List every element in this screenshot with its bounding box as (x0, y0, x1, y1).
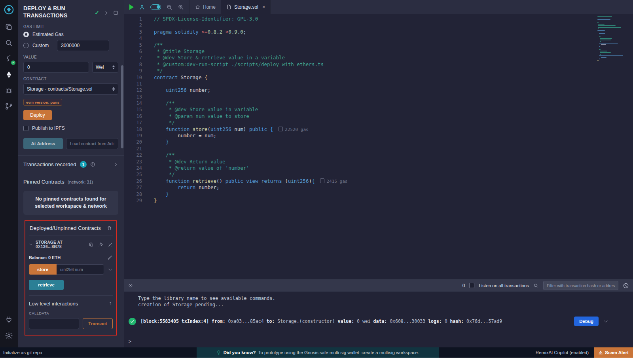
custom-gas-input[interactable] (57, 40, 109, 51)
transactions-recorded-label: Transactions recorded (23, 161, 76, 167)
copy-address-icon[interactable] (89, 242, 94, 247)
trash-icon[interactable] (107, 226, 112, 231)
custom-gas-radio[interactable] (23, 43, 29, 48)
contract-label: CONTRACT (23, 77, 118, 81)
main-row: ✓ DEPLOY & RUN TRANSACTIONS (0, 0, 633, 347)
minimap[interactable] (597, 16, 628, 62)
value-input[interactable] (23, 62, 89, 73)
terminal-prompt[interactable]: > (129, 339, 131, 344)
store-arg-input[interactable] (57, 264, 104, 275)
zoom-in-icon[interactable] (178, 4, 184, 10)
estimated-gas-label: Estimated Gas (32, 32, 64, 37)
publish-ipfs-checkbox[interactable] (23, 126, 28, 131)
remove-contract-icon[interactable] (108, 242, 113, 247)
deployed-contract-name: STORAGE AT 0X136...8B78 (36, 240, 86, 249)
value-unit-label: Wei (96, 64, 104, 70)
editor-tabbar: Home Storage.sol × (124, 0, 633, 14)
git-icon[interactable] (0, 98, 18, 114)
clear-console-icon[interactable] (623, 282, 629, 289)
git-init-status[interactable]: Initialize as git repo (3, 347, 42, 358)
zoom-out-icon[interactable] (166, 4, 172, 10)
deploy-button[interactable]: Deploy (23, 110, 52, 120)
spinner-icon (112, 65, 115, 69)
copilot-status[interactable]: RemixAI Copilot (enabled) (536, 350, 589, 355)
evm-version-badge: evm version: paris (23, 99, 62, 106)
expand-tx-icon[interactable] (603, 319, 608, 324)
tab-home-label: Home (203, 4, 216, 10)
custom-gas-label: Custom (32, 43, 49, 48)
transaction-row[interactable]: [block:5583405 txIndex:4] from: 0xa03...… (129, 317, 633, 326)
search-icon[interactable] (533, 283, 539, 288)
pinned-empty-message: No pinned contracts found for selected w… (23, 191, 118, 215)
plugin-manager-icon[interactable] (0, 312, 18, 328)
contract-select[interactable]: Storage - contracts/Storage.sol (23, 83, 118, 95)
deploy-run-icon[interactable] (0, 66, 18, 82)
info-icon[interactable] (108, 301, 113, 306)
lightbulb-icon (216, 350, 221, 355)
spinner-icon (112, 87, 115, 91)
chevron-right-icon[interactable] (104, 10, 109, 15)
transactions-recorded-row[interactable]: Transactions recorded 1 (18, 156, 124, 173)
icon-sidebar: ✓ (0, 0, 18, 347)
solidity-compiler-icon[interactable]: ✓ (0, 51, 18, 66)
panel-check-icon: ✓ (95, 9, 99, 16)
tab-storage-label: Storage.sol (234, 4, 258, 10)
run-script-icon[interactable] (129, 4, 134, 10)
pending-tx-count: 0 (462, 283, 465, 288)
expand-args-icon[interactable] (108, 267, 113, 272)
editor-column: Home Storage.sol × 123456789101112131415… (124, 0, 633, 347)
panel-scrollbar[interactable] (121, 65, 123, 148)
publish-ipfs-row[interactable]: Publish to IPFS (23, 125, 118, 131)
terminal-header: 0 Listen on all transactions (124, 279, 633, 292)
transact-button[interactable]: Transact (83, 318, 113, 329)
debugger-icon[interactable] (0, 82, 18, 98)
chevron-down-icon[interactable] (29, 243, 33, 246)
pinned-contracts-title: Pinned Contracts (23, 179, 64, 185)
tab-storage-sol[interactable]: Storage.sol × (221, 0, 271, 14)
contract-selected-value: Storage - contracts/Storage.sol (27, 86, 92, 92)
settings-icon[interactable] (0, 328, 18, 343)
calldata-label: CALLDATA (29, 311, 113, 315)
tx-success-icon (129, 318, 136, 325)
calldata-input[interactable] (29, 318, 79, 329)
balance-label: Balance: 0 ETH (29, 255, 61, 260)
pin-contract-icon[interactable] (98, 242, 103, 247)
deployed-contract-row[interactable]: STORAGE AT 0X136...8B78 (29, 240, 113, 249)
panel-header: DEPLOY & RUN TRANSACTIONS ✓ (18, 0, 124, 21)
chevron-right-icon[interactable] (113, 162, 118, 167)
terminal-log-line: creation of Storage pending... (138, 301, 633, 308)
toggle-terminal-icon[interactable] (128, 283, 133, 288)
workspaces-icon[interactable] (0, 19, 18, 35)
listen-all-checkbox[interactable] (469, 283, 474, 288)
search-icon[interactable] (0, 35, 18, 51)
retrieve-function-button[interactable]: retrieve (29, 280, 64, 290)
transactions-count-badge: 1 (80, 161, 87, 168)
value-unit-select[interactable]: Wei (92, 62, 118, 73)
ai-assistant-icon[interactable] (139, 4, 145, 10)
remix-logo-icon[interactable] (0, 0, 18, 19)
tip-text: To prototype using the Gnosis safe multi… (258, 350, 419, 355)
panel-title: DEPLOY & RUN TRANSACTIONS (23, 5, 93, 19)
custom-gas-option[interactable]: Custom (23, 40, 118, 51)
close-tab-icon[interactable]: × (262, 4, 265, 10)
terminal-body[interactable]: Type the library name to see available c… (124, 292, 633, 347)
debug-button[interactable]: Debug (574, 317, 599, 326)
copilot-toggle[interactable] (150, 4, 161, 10)
code-content[interactable]: // SPDX-License-Identifier: GPL-3.0 prag… (148, 14, 633, 279)
edit-balance-icon[interactable] (108, 255, 113, 260)
code-editor[interactable]: 1234567891011121314151617181920212223242… (124, 14, 633, 279)
at-address-input[interactable] (66, 138, 118, 149)
status-bar: Initialize as git repo Did you know? To … (0, 347, 633, 358)
value-label: VALUE (23, 55, 118, 59)
estimated-gas-radio[interactable] (23, 32, 29, 37)
at-address-button[interactable]: At Address (23, 138, 63, 149)
deployed-contracts-section: Deployed/Unpinned Contracts STORAGE AT 0… (25, 220, 117, 336)
estimated-gas-option[interactable]: Estimated Gas (23, 32, 118, 37)
low-level-label: Low level interactions (29, 301, 78, 307)
info-icon[interactable] (90, 162, 95, 167)
popout-panel-icon[interactable] (113, 10, 118, 15)
tx-filter-input[interactable] (543, 281, 618, 290)
tab-home[interactable]: Home (190, 0, 221, 14)
store-function-button[interactable]: store (29, 264, 57, 275)
scam-alert-button[interactable]: ⚠ Scam Alert (594, 347, 633, 358)
